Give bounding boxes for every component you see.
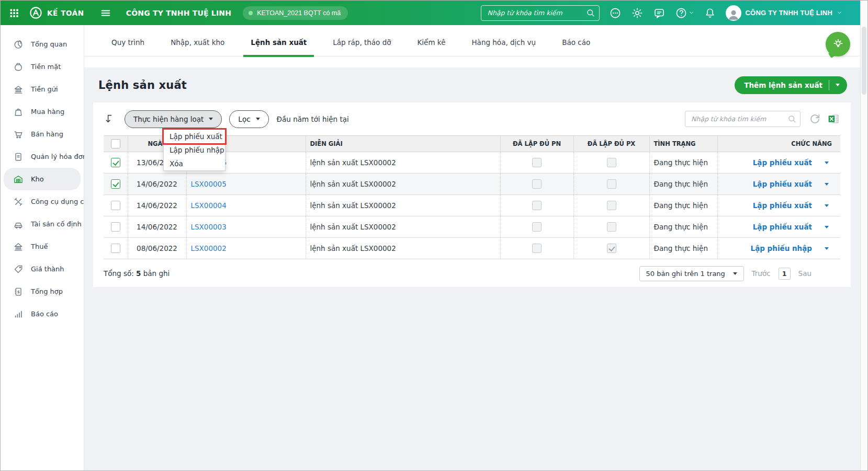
row-select-checkbox[interactable]: [111, 222, 120, 232]
sidebar-item-quan-ly-hoa-don[interactable]: Quản lý hóa đơn: [4, 145, 81, 168]
gear-icon[interactable]: [631, 7, 644, 19]
sidebar-item-gia-thanh[interactable]: Giá thành: [4, 258, 81, 280]
tab-quy-trinh[interactable]: Quy trình: [108, 28, 148, 56]
sort-icon[interactable]: [104, 113, 116, 125]
caret-down-icon: [256, 118, 260, 120]
menu-item-lap-phieu-xuat[interactable]: Lập phiếu xuất: [164, 130, 225, 143]
global-search: [481, 5, 600, 21]
row-action-caret[interactable]: [825, 247, 829, 250]
sidebar-item-ban-hang[interactable]: Bán hàng: [4, 123, 81, 145]
row-action-caret[interactable]: [825, 183, 829, 186]
cell-description: lệnh sản xuất LSX00002: [306, 152, 500, 174]
document-number-link[interactable]: LSX00003: [191, 223, 227, 231]
row-action-button[interactable]: Lập phiếu xuất: [753, 223, 812, 231]
page-title: Lệnh sản xuất: [98, 79, 187, 91]
sidebar-item-tai-san-co-dinh[interactable]: Tài sản cố định: [4, 213, 81, 235]
tab-lenh-san-xuat[interactable]: Lệnh sản xuất: [247, 28, 310, 56]
document-number-link[interactable]: LSX00005: [191, 180, 227, 188]
cell-status: Đang thực hiện: [649, 238, 717, 259]
total-records: Tổng số: 5 bản ghi: [104, 269, 170, 278]
scrollbar-thumb[interactable]: [862, 27, 866, 95]
menu-item-lap-phieu-nhap[interactable]: Lập phiếu nhập: [164, 143, 225, 157]
app-grid-icon[interactable]: [9, 8, 19, 18]
sidebar-item-tong-quan[interactable]: Tổng quan: [4, 33, 81, 55]
sidebar-item-cong-cu-dung-cu[interactable]: Công cụ dụng cụ: [4, 190, 81, 213]
app-logo[interactable]: KẾ TOÁN: [29, 6, 84, 20]
company-name: CÔNG TY TNHH TUỆ LINH: [126, 9, 232, 17]
row-select-checkbox[interactable]: [111, 244, 120, 253]
cell-date: 08/06/2022: [128, 238, 186, 259]
global-search-input[interactable]: [481, 5, 600, 21]
help-menu[interactable]: [675, 7, 694, 19]
sidebar-item-label: Quản lý hóa đơn: [31, 153, 87, 160]
column-header-status: TÌNH TRẠNG: [649, 136, 717, 152]
lightbulb-help-bubble[interactable]: [826, 32, 850, 56]
avatar: [726, 5, 741, 21]
period-label: Đầu năm tới hiện tại: [277, 115, 349, 123]
excel-export-icon[interactable]: [827, 112, 840, 125]
page-number-box[interactable]: 1: [779, 268, 791, 280]
database-badge[interactable]: KETOAN_2021 BQTT có mã: [243, 6, 348, 20]
sidebar-item-kho[interactable]: Kho: [4, 168, 81, 190]
cell-status: Đang thực hiện: [649, 174, 717, 195]
tab-hang-hoa-dich-vu[interactable]: Hàng hóa, dịch vụ: [468, 28, 539, 56]
sidebar-item-tien-mat[interactable]: Tiền mặt: [4, 55, 81, 78]
menu-item-xoa[interactable]: Xóa: [164, 157, 225, 170]
next-page-button[interactable]: Sau: [798, 269, 811, 278]
app-name: KẾ TOÁN: [47, 9, 84, 17]
feedback-chat-icon[interactable]: [653, 7, 666, 19]
refresh-icon[interactable]: [808, 112, 821, 125]
tab-bao-cao[interactable]: Báo cáo: [559, 28, 593, 56]
row-action-caret[interactable]: [825, 226, 829, 228]
page-size-select[interactable]: 50 bản ghi trên 1 trang: [639, 266, 744, 281]
ledger-icon: $: [13, 286, 24, 297]
tab-nhap-xuat-kho[interactable]: Nhập, xuất kho: [167, 28, 228, 56]
row-action-caret[interactable]: [825, 162, 829, 164]
sidebar-item-bao-cao[interactable]: Báo cáo: [4, 303, 81, 325]
row-select-checkbox[interactable]: [111, 201, 120, 210]
table-search: [685, 111, 801, 127]
topbar-right: CÔNG TY TNHH TUỆ LINH: [481, 5, 842, 21]
prev-page-button[interactable]: Trước: [752, 269, 771, 278]
total-unit: bản ghi: [143, 269, 170, 278]
vertical-scrollbar[interactable]: [860, 1, 867, 471]
caret-down-icon: [825, 226, 829, 228]
filter-button[interactable]: Lọc: [229, 110, 268, 128]
row-action-button[interactable]: Lập phiếu xuất: [753, 158, 812, 167]
hamburger-icon[interactable]: [100, 7, 111, 19]
sidebar-item-tien-gui[interactable]: Tiền gửi: [4, 78, 81, 100]
sidebar-item-mua-hang[interactable]: Mua hàng: [4, 100, 81, 123]
bell-icon[interactable]: [704, 7, 716, 19]
batch-action-label: Thực hiện hàng loạt: [133, 115, 204, 123]
row-actions: Lập phiếu xuất: [722, 223, 837, 231]
document-number-link[interactable]: LSX00002: [191, 244, 227, 252]
sidebar-item-label: Kho: [31, 175, 44, 183]
select-all-checkbox[interactable]: [111, 139, 120, 148]
row-action-caret[interactable]: [825, 204, 829, 207]
batch-action-button[interactable]: Thực hiện hàng loạt: [125, 110, 222, 128]
sidebar-item-label: Giá thành: [31, 265, 64, 273]
pn-done-checkbox: [532, 201, 542, 210]
account-menu[interactable]: CÔNG TY TNHH TUỆ LINH: [726, 5, 842, 21]
row-action-button[interactable]: Lập phiếu xuất: [753, 180, 812, 188]
table-search-input[interactable]: [685, 111, 801, 127]
tab-lap-rap-thao-do[interactable]: Lắp ráp, tháo dỡ: [330, 28, 394, 56]
row-select-checkbox[interactable]: [111, 158, 120, 167]
sidebar-item-label: Mua hàng: [31, 108, 64, 116]
sidebar: Tổng quanTiền mặtTiền gửiMua hàngBán hàn…: [1, 25, 84, 471]
row-action-button[interactable]: Lập phiếu xuất: [753, 201, 812, 210]
tab-kiem-ke[interactable]: Kiểm kê: [414, 28, 448, 56]
column-header-px-done: ĐÃ LẬP ĐỦ PX: [573, 136, 649, 152]
sidebar-item-thue[interactable]: Thuế: [4, 235, 81, 258]
row-action-button[interactable]: Lập phiếu nhập: [751, 244, 812, 252]
px-done-checkbox: [607, 244, 616, 253]
document-number-link[interactable]: LSX00004: [191, 201, 227, 210]
money-bag-icon: [13, 62, 24, 72]
cell-description: lệnh sản xuất LSX00002: [306, 174, 500, 195]
main-area: Quy trìnhNhập, xuất khoLệnh sản xuấtLắp …: [84, 25, 861, 471]
add-production-order-button[interactable]: Thêm lệnh sản xuất: [735, 76, 847, 94]
sidebar-item-tong-hop[interactable]: $Tổng hợp: [4, 280, 81, 303]
total-count: 5: [136, 269, 141, 278]
more-apps-icon[interactable]: [609, 7, 622, 19]
row-select-checkbox[interactable]: [111, 179, 120, 189]
